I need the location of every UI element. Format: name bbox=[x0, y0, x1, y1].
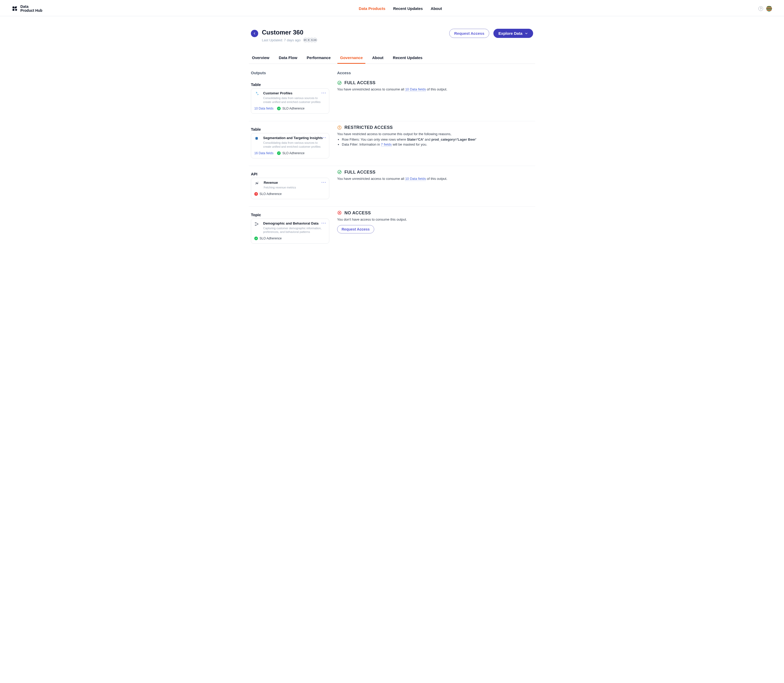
access-desc: You don't have access to consume this ou… bbox=[337, 218, 533, 221]
tab-data-flow[interactable]: Data Flow bbox=[278, 53, 298, 64]
svg-point-3 bbox=[338, 81, 341, 85]
card-menu-icon[interactable]: ··· bbox=[321, 91, 326, 95]
fields-link[interactable]: 10 Data fields bbox=[405, 177, 426, 181]
status-dot-green-icon bbox=[277, 107, 281, 110]
page-title: Customer 360 bbox=[262, 29, 317, 36]
svg-point-2 bbox=[15, 9, 17, 11]
card-menu-icon[interactable]: ··· bbox=[321, 135, 326, 140]
card-desc: Consolidating data from various sources … bbox=[263, 96, 326, 104]
user-avatar[interactable] bbox=[766, 6, 772, 11]
tab-performance[interactable]: Performance bbox=[306, 53, 332, 64]
tab-recent-updates[interactable]: Recent Updates bbox=[392, 53, 423, 64]
db-icon bbox=[254, 136, 259, 141]
explore-label: Explore Data bbox=[499, 31, 523, 35]
restriction-list: Row Filters: You can only view rows wher… bbox=[342, 138, 533, 146]
collaborator-avatars: DV E S AK bbox=[303, 38, 317, 42]
masked-fields-link[interactable]: 7 fields bbox=[381, 143, 392, 147]
access-title: FULL ACCESS bbox=[345, 170, 375, 175]
output-card[interactable]: ··· Revenue Fetching revenue metrics bbox=[251, 178, 329, 199]
brand[interactable]: Data Product Hub bbox=[12, 5, 42, 12]
status-dot-green-icon bbox=[254, 237, 258, 240]
output-row: API ··· Revenue Fetching revenue metrics bbox=[249, 166, 535, 207]
fields-link[interactable]: 16 Data fields bbox=[254, 151, 273, 155]
access-title: RESTRICTED ACCESS bbox=[345, 125, 393, 130]
nav-about[interactable]: About bbox=[431, 6, 442, 11]
fields-link[interactable]: 10 Data fields bbox=[254, 107, 273, 110]
last-updated: Last Updated: 7 days ago bbox=[262, 38, 301, 42]
group-label: Topic bbox=[251, 213, 329, 217]
card-desc: Fetching revenue metrics bbox=[264, 186, 296, 189]
back-button[interactable] bbox=[251, 30, 258, 37]
svg-point-10 bbox=[255, 223, 256, 223]
outputs-title: Outputs bbox=[251, 71, 329, 75]
output-row: Table ··· Segmentation and Targeting Ins… bbox=[249, 121, 535, 166]
brand-line1: Data bbox=[20, 5, 42, 9]
access-panel: FULL ACCESS You have unrestricted access… bbox=[337, 170, 533, 199]
alert-circle-icon bbox=[337, 125, 342, 130]
check-circle-icon bbox=[337, 80, 342, 85]
access-title: NO ACCESS bbox=[345, 210, 371, 215]
access-panel: NO ACCESS You don't have access to consu… bbox=[337, 210, 533, 244]
request-access-button[interactable]: Request Access bbox=[449, 29, 489, 38]
primary-nav: Data Products Recent Updates About bbox=[359, 6, 442, 11]
api-icon bbox=[254, 181, 260, 186]
brand-line2: Product Hub bbox=[20, 9, 42, 13]
access-title: Access bbox=[337, 71, 533, 75]
access-desc: You have unrestricted access to consume … bbox=[337, 177, 533, 181]
tab-about[interactable]: About bbox=[371, 53, 385, 64]
output-card[interactable]: ··· Customer Profiles Consolidating data… bbox=[251, 88, 329, 114]
card-desc: Consolidating data from various sources … bbox=[263, 141, 326, 149]
chevron-left-icon bbox=[253, 32, 256, 35]
status-dot-red-icon bbox=[254, 192, 258, 196]
card-title: Demographic and Behavioral Data bbox=[263, 221, 326, 225]
group-label: Table bbox=[251, 127, 329, 131]
slo-status: SLO Adherence bbox=[254, 192, 282, 196]
help-icon[interactable]: ? bbox=[758, 6, 763, 11]
tab-governance[interactable]: Governance bbox=[339, 53, 364, 64]
restriction-item: Row Filters: You can only view rows wher… bbox=[342, 138, 533, 141]
restriction-item: Data Filter: Information in 7 fields wil… bbox=[342, 143, 533, 146]
output-card[interactable]: ··· Segmentation and Targeting Insights … bbox=[251, 133, 329, 159]
svg-point-11 bbox=[255, 225, 256, 226]
avatar-chip: AK bbox=[313, 38, 317, 42]
output-row: Table ··· Customer Profiles Consolidatin… bbox=[249, 77, 535, 121]
nav-recent-updates[interactable]: Recent Updates bbox=[393, 6, 423, 11]
tab-overview[interactable]: Overview bbox=[251, 53, 271, 64]
access-panel: FULL ACCESS You have unrestricted access… bbox=[337, 80, 533, 114]
table-icon bbox=[254, 91, 259, 96]
fields-link[interactable]: 10 Data fields bbox=[405, 87, 426, 91]
output-row: Topic ··· Demographic and Behavioral Dat… bbox=[249, 207, 535, 251]
card-desc: Capturing customer demographic informati… bbox=[263, 226, 326, 234]
svg-rect-0 bbox=[13, 6, 14, 8]
explore-data-button[interactable]: Explore Data bbox=[494, 29, 533, 38]
card-menu-icon[interactable]: ··· bbox=[321, 221, 326, 226]
card-menu-icon[interactable]: ··· bbox=[321, 180, 326, 185]
svg-point-6 bbox=[339, 128, 340, 128]
card-title: Customer Profiles bbox=[263, 91, 326, 95]
chevron-down-icon bbox=[524, 32, 528, 35]
access-desc: You have restricted access to consume th… bbox=[337, 132, 533, 136]
governance-rows: Table ··· Customer Profiles Consolidatin… bbox=[249, 77, 535, 251]
slo-status: SLO Adherence bbox=[277, 107, 305, 110]
access-title: FULL ACCESS bbox=[345, 80, 375, 85]
output-card[interactable]: ··· Demographic and Behavioral Data Capt… bbox=[251, 218, 329, 244]
topic-icon bbox=[254, 221, 259, 227]
svg-rect-1 bbox=[13, 9, 14, 11]
card-title: Revenue bbox=[264, 181, 296, 184]
tabs: Overview Data Flow Performance Governanc… bbox=[249, 46, 535, 64]
topbar: Data Product Hub Data Products Recent Up… bbox=[0, 0, 784, 16]
access-panel: RESTRICTED ACCESS You have restricted ac… bbox=[337, 125, 533, 159]
svg-point-9 bbox=[338, 170, 341, 174]
group-label: API bbox=[251, 172, 329, 176]
request-access-button[interactable]: Request Access bbox=[337, 225, 374, 233]
brand-logo-icon bbox=[12, 6, 18, 11]
check-circle-icon bbox=[337, 170, 342, 174]
x-circle-icon bbox=[337, 210, 342, 215]
status-dot-green-icon bbox=[277, 151, 281, 155]
access-desc: You have unrestricted access to consume … bbox=[337, 87, 533, 91]
slo-status: SLO Adherence bbox=[254, 237, 282, 240]
nav-data-products[interactable]: Data Products bbox=[359, 6, 385, 11]
group-label: Table bbox=[251, 82, 329, 87]
slo-status: SLO Adherence bbox=[277, 151, 305, 155]
page-header: Customer 360 Last Updated: 7 days ago DV… bbox=[249, 21, 535, 44]
